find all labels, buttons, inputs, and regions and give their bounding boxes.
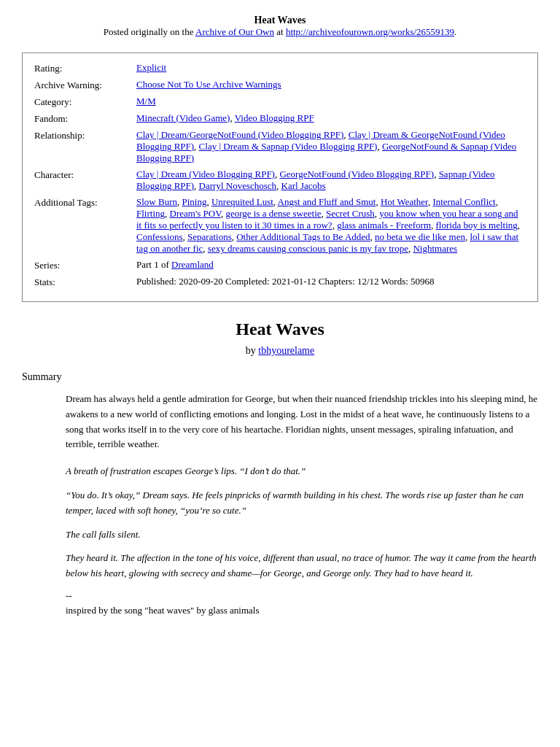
- tag-link[interactable]: Dream's POV: [170, 208, 221, 219]
- character-link[interactable]: Karl Jacobs: [281, 180, 326, 191]
- tag-link[interactable]: Other Additional Tags to Be Added: [236, 231, 370, 242]
- relationship-label: Relationship:: [34, 129, 136, 142]
- series-label: Series:: [34, 259, 136, 271]
- category-label: Category:: [34, 96, 136, 108]
- inspired-by: inspired by the song "heat waves" by gla…: [66, 605, 538, 616]
- category-row: Category: M/M: [34, 96, 526, 108]
- at-text: at: [274, 26, 286, 37]
- tags-row: Additional Tags: Slow Burn, Pining, Unre…: [34, 196, 526, 255]
- excerpt-2: “You do. It’s okay,” Dream says. He feel…: [66, 488, 538, 519]
- tags-label: Additional Tags:: [34, 196, 136, 209]
- series-prefix: Part 1 of: [136, 259, 169, 270]
- fandom-link-2[interactable]: Video Blogging RPF: [235, 112, 314, 123]
- relationship-row: Relationship: Clay | Dream/GeorgeNotFoun…: [34, 129, 526, 164]
- summary-label: Summary: [22, 371, 538, 383]
- excerpt-1: A breath of frustration escapes George’s…: [66, 464, 538, 479]
- tag-link[interactable]: Internal Conflict: [432, 196, 495, 207]
- tag-link[interactable]: Flirting: [136, 208, 165, 219]
- tag-link[interactable]: Confessions: [136, 231, 183, 242]
- archive-link[interactable]: Archive of Our Own: [195, 26, 274, 37]
- tag-link[interactable]: no beta we die like men: [375, 231, 465, 242]
- tags-value: Slow Burn, Pining, Unrequited Lust, Angs…: [136, 196, 526, 255]
- tag-link[interactable]: Unrequited Lust: [211, 196, 273, 207]
- tag-link[interactable]: Pining: [182, 196, 206, 207]
- excerpt-4: They heard it. The affection in the tone…: [66, 551, 538, 581]
- relationship-link[interactable]: Clay | Dream & Sapnap (Video Blogging RP…: [199, 141, 378, 152]
- excerpt-3: The call falls silent.: [66, 527, 538, 543]
- work-author: by tbhyourelame: [22, 345, 538, 357]
- relationship-link[interactable]: Clay | Dream/GeorgeNotFound (Video Blogg…: [136, 129, 343, 140]
- summary-text: Dream has always held a gentle admiratio…: [66, 392, 538, 452]
- stats-label: Stats:: [34, 276, 136, 288]
- rating-row: Rating: Explicit: [34, 62, 526, 74]
- header-subtitle: Posted originally on the Archive of Our …: [22, 26, 538, 38]
- stats-value: Published: 2020-09-20 Completed: 2021-01…: [136, 276, 526, 287]
- character-value: Clay | Dream (Video Blogging RPF), Georg…: [136, 169, 526, 192]
- period: .: [454, 26, 456, 37]
- character-row: Character: Clay | Dream (Video Blogging …: [34, 169, 526, 192]
- character-link[interactable]: GeorgeNotFound (Video Blogging RPF): [279, 169, 434, 179]
- url-link[interactable]: http://archiveofourown.org/works/2655913…: [286, 26, 454, 37]
- tag-link[interactable]: Angst and Fluff and Smut: [278, 196, 376, 207]
- warning-row: Archive Warning: Choose Not To Use Archi…: [34, 79, 526, 91]
- subtitle-prefix: Posted originally on the: [104, 26, 195, 37]
- warning-label: Archive Warning:: [34, 79, 136, 91]
- character-link[interactable]: Darryl Noveschosch: [199, 180, 277, 191]
- fandom-label: Fandom:: [34, 112, 136, 125]
- author-link[interactable]: tbhyourelame: [258, 345, 314, 356]
- fandom-row: Fandom: Minecraft (Video Game), Video Bl…: [34, 112, 526, 125]
- tag-link[interactable]: florida boy is melting: [436, 220, 518, 231]
- warning-link[interactable]: Choose Not To Use Archive Warnings: [136, 79, 281, 90]
- fandom-value: Minecraft (Video Game), Video Blogging R…: [136, 112, 526, 124]
- rating-value: Explicit: [136, 62, 526, 74]
- warning-value: Choose Not To Use Archive Warnings: [136, 79, 526, 90]
- category-link[interactable]: M/M: [136, 96, 156, 107]
- tag-link[interactable]: Hot Weather: [381, 196, 428, 207]
- author-prefix: by: [246, 345, 259, 356]
- category-value: M/M: [136, 96, 526, 107]
- series-link[interactable]: Dreamland: [171, 259, 214, 270]
- metadata-box: Rating: Explicit Archive Warning: Choose…: [22, 53, 538, 302]
- series-row: Series: Part 1 of Dreamland: [34, 259, 526, 271]
- fandom-link-1[interactable]: Minecraft (Video Game): [136, 112, 230, 123]
- separator: --: [66, 590, 538, 602]
- tag-link[interactable]: george is a dense sweetie: [225, 208, 321, 219]
- character-label: Character:: [34, 169, 136, 181]
- tag-link[interactable]: Slow Burn: [136, 196, 177, 207]
- rating-label: Rating:: [34, 62, 136, 74]
- rating-link[interactable]: Explicit: [136, 62, 166, 73]
- tag-link[interactable]: glass animals - Freeform: [337, 220, 431, 231]
- tag-link[interactable]: Secret Crush: [326, 208, 375, 219]
- page-header: Heat Waves Posted originally on the Arch…: [22, 15, 538, 38]
- series-value: Part 1 of Dreamland: [136, 259, 526, 271]
- relationship-value: Clay | Dream/GeorgeNotFound (Video Blogg…: [136, 129, 526, 164]
- tag-link[interactable]: Separations: [187, 231, 232, 242]
- tag-link[interactable]: sexy dreams causing conscious panic is m…: [208, 243, 408, 254]
- work-title: Heat Waves: [22, 320, 538, 339]
- header-title: Heat Waves: [22, 15, 538, 26]
- tag-link[interactable]: Nightmares: [413, 243, 457, 254]
- character-link[interactable]: Clay | Dream (Video Blogging RPF): [136, 169, 275, 179]
- stats-row: Stats: Published: 2020-09-20 Completed: …: [34, 276, 526, 288]
